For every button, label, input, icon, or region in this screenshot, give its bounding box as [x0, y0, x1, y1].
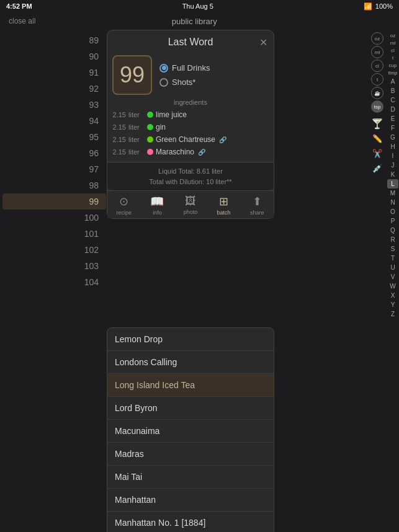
alpha-letter-L[interactable]: L: [387, 179, 398, 188]
drink-type-1[interactable]: Shots*: [159, 78, 210, 87]
number-item-92[interactable]: 92: [0, 81, 109, 97]
number-item-89[interactable]: 89: [0, 32, 109, 48]
card-tab-share[interactable]: ⬆ share: [240, 191, 274, 218]
card-tab-info[interactable]: 📖 info: [141, 191, 174, 218]
number-list: 8990919293949596979899100101102103104: [0, 30, 109, 532]
tab-icon-batch: ⊞: [219, 195, 228, 208]
ing-name-0: lime juice: [156, 110, 187, 119]
number-item-90[interactable]: 90: [0, 48, 109, 64]
battery-label: 100%: [375, 2, 393, 10]
library-title: public library: [172, 17, 217, 26]
alpha-letter-P[interactable]: P: [387, 216, 398, 226]
ingredient-row-1: 2.15 liter gin: [112, 121, 269, 133]
drink-list-item-5[interactable]: Madras: [107, 443, 274, 466]
alpha-special-oz[interactable]: oz: [387, 32, 398, 40]
alpha-letter-I[interactable]: I: [387, 151, 398, 161]
alpha-letter-Y[interactable]: Y: [387, 300, 398, 309]
number-item-101[interactable]: 101: [0, 226, 109, 242]
alpha-letter-M[interactable]: M: [387, 188, 398, 198]
number-item-102[interactable]: 102: [0, 242, 109, 258]
tab-icon-info: 📖: [150, 195, 164, 208]
oz-btn[interactable]: oz: [371, 32, 383, 45]
dropper-icon[interactable]: 💉: [370, 161, 384, 175]
alpha-letter-R[interactable]: R: [387, 235, 398, 244]
ml-btn[interactable]: ml: [371, 46, 383, 58]
status-right: 📶 100%: [364, 2, 393, 11]
alpha-letter-B[interactable]: B: [387, 86, 398, 95]
card-tab-photo[interactable]: 🖼 photo: [174, 191, 207, 218]
alpha-special-ml[interactable]: ml: [387, 40, 398, 47]
alpha-special-cl[interactable]: cl: [387, 47, 398, 55]
alpha-letter-T[interactable]: T: [387, 254, 398, 263]
alpha-letter-U[interactable]: U: [387, 263, 398, 272]
ing-unit-3: liter: [128, 148, 145, 156]
cup-btn[interactable]: ☕: [371, 87, 383, 99]
card-tab-recipe[interactable]: ⊙ recipe: [107, 191, 141, 218]
ing-amount-1: 2.15: [112, 123, 126, 131]
search-icon[interactable]: ✏️: [370, 131, 384, 145]
alpha-letter-Z[interactable]: Z: [387, 309, 398, 319]
cl-btn[interactable]: cl: [371, 60, 383, 72]
alpha-letter-D[interactable]: D: [387, 105, 398, 114]
drink-type-0[interactable]: Full Drinks: [159, 63, 210, 73]
main-content: 8990919293949596979899100101102103104 La…: [0, 30, 399, 532]
alpha-letter-C[interactable]: C: [387, 95, 398, 105]
drink-list-item-8[interactable]: Manhattan No. 1 [1884]: [107, 512, 274, 532]
ing-link-3[interactable]: 🔗: [198, 149, 205, 156]
drink-list-item-2[interactable]: Long Island Iced Tea: [107, 374, 274, 397]
tools-icon[interactable]: ✂️: [370, 146, 384, 160]
drink-list-item-7[interactable]: Manhattan: [107, 489, 274, 512]
ing-dot-1: [147, 124, 153, 130]
ing-dot-2: [147, 136, 153, 143]
alpha-letter-F[interactable]: F: [387, 123, 398, 133]
number-item-100[interactable]: 100: [0, 210, 109, 226]
number-item-99[interactable]: 99: [2, 193, 106, 210]
ing-unit-0: liter: [128, 111, 145, 118]
number-item-104[interactable]: 104: [0, 274, 109, 290]
t-btn[interactable]: t: [371, 73, 383, 86]
drink-list-item-1[interactable]: Londons Calling: [107, 351, 274, 374]
number-item-98[interactable]: 98: [0, 177, 109, 193]
alpha-letter-X[interactable]: X: [387, 291, 398, 300]
number-item-97[interactable]: 97: [0, 161, 109, 177]
alpha-letter-J[interactable]: J: [387, 161, 398, 170]
alpha-letter-O[interactable]: O: [387, 207, 398, 216]
alpha-letter-Q[interactable]: Q: [387, 226, 398, 235]
ing-name-3: Maraschino: [156, 148, 194, 156]
close-card-button[interactable]: ✕: [259, 37, 267, 48]
alpha-letter-G[interactable]: G: [387, 133, 398, 142]
number-item-103[interactable]: 103: [0, 258, 109, 274]
alpha-letter-W[interactable]: W: [387, 282, 398, 291]
status-time: 4:52 PM: [6, 2, 32, 10]
alpha-letter-K[interactable]: K: [387, 170, 398, 179]
card-tab-batch[interactable]: ⊞ batch: [207, 191, 241, 218]
tab-label-photo: photo: [184, 209, 198, 215]
alpha-letter-V[interactable]: V: [387, 272, 398, 282]
alpha-letter-A[interactable]: A: [387, 77, 398, 86]
cocktail-icon: 🍸: [370, 117, 384, 130]
alpha-letter-E[interactable]: E: [387, 114, 398, 123]
drink-list-item-4[interactable]: Macunaima: [107, 420, 274, 443]
number-item-94[interactable]: 94: [0, 113, 109, 129]
number-item-95[interactable]: 95: [0, 129, 109, 145]
alpha-letter-S[interactable]: S: [387, 244, 398, 254]
number-item-96[interactable]: 96: [0, 145, 109, 161]
alpha-special-tbsp[interactable]: tbsp: [387, 69, 398, 77]
tbsp-btn[interactable]: tsp: [371, 100, 383, 113]
alpha-letter-H[interactable]: H: [387, 142, 398, 151]
alpha-letter-N[interactable]: N: [387, 198, 398, 207]
alpha-special-t[interactable]: t: [387, 55, 398, 62]
alpha-special-cup[interactable]: cup: [387, 62, 398, 69]
number-item-91[interactable]: 91: [0, 64, 109, 81]
drink-type-label-0: Full Drinks: [172, 63, 210, 73]
drink-list-item-0[interactable]: Lemon Drop: [107, 328, 274, 351]
drink-list-item-6[interactable]: Mai Tai: [107, 466, 274, 489]
number-item-93[interactable]: 93: [0, 97, 109, 113]
card-totals: Liquid Total: 8.61 liter Total with Dilu…: [107, 162, 274, 190]
drink-list-item-3[interactable]: Lord Byron: [107, 397, 274, 420]
tab-icon-share: ⬆: [253, 195, 262, 208]
ing-dot-0: [147, 112, 153, 118]
close-all-button[interactable]: close all: [9, 17, 35, 25]
drink-card: Last Word ✕ 99 Full Drinks Shots* ingred…: [107, 30, 274, 219]
ing-link-2[interactable]: 🔗: [219, 136, 226, 143]
